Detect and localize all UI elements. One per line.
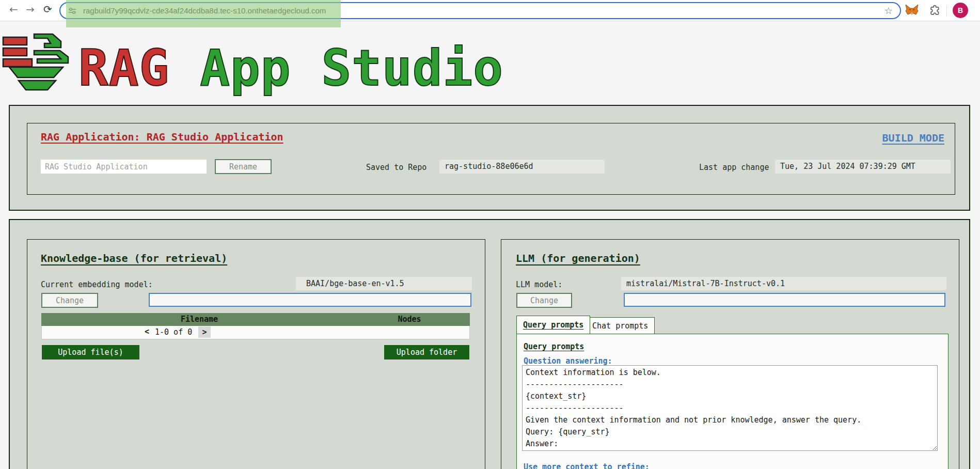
toolbar-divider xyxy=(946,5,947,16)
embedding-model-input[interactable] xyxy=(149,293,471,307)
bookmark-star-icon[interactable]: ☆ xyxy=(884,5,893,16)
query-prompts-panel: Query prompts Question answering: Contex… xyxy=(516,334,949,469)
browser-window: ← → ⟳ ragbuild7y99qcdvlz-cde34af24dcdba8… xyxy=(0,0,980,469)
reload-icon[interactable]: ⟳ xyxy=(43,3,52,15)
llm-model-label: LLM model: xyxy=(516,280,562,289)
nodes-column-header: Nodes xyxy=(398,315,421,324)
browser-toolbar: ← → ⟳ ragbuild7y99qcdvlz-cde34af24dcdba8… xyxy=(0,0,980,21)
llm-model-value: mistralai/Mistral-7B-Instruct-v0.1 xyxy=(621,277,946,290)
forward-icon[interactable]: → xyxy=(26,3,35,15)
knowledge-base-heading: Knowledge-base (for retrieval) xyxy=(41,252,227,264)
upload-files-button[interactable]: Upload file(s) xyxy=(41,345,140,360)
refine-context-label: Use more context to refine: xyxy=(524,462,650,469)
query-prompts-heading: Query prompts xyxy=(524,342,584,351)
app-title-logo: RAG App Studio xyxy=(78,42,503,95)
embedding-model-label: Current embedding model: xyxy=(41,280,153,289)
repo-name-value: rag-studio-88e06e6d xyxy=(439,160,605,174)
app-title-heading: RAG Application: RAG Studio Application xyxy=(41,131,283,143)
pagination-next-icon[interactable]: > xyxy=(198,326,211,338)
filename-column-header: Filename xyxy=(181,315,218,324)
pagination-range: 1-0 of 0 xyxy=(155,327,192,337)
site-settings-icon[interactable] xyxy=(68,6,77,15)
upload-folder-button[interactable]: Upload folder xyxy=(384,345,470,360)
change-llm-button[interactable]: Change xyxy=(516,293,572,308)
last-app-change-value: Tue, 23 Jul 2024 07:39:29 GMT xyxy=(775,160,951,174)
files-table-header: Filename Nodes xyxy=(41,313,470,326)
rag-app-studio-logo-icon xyxy=(1,31,71,94)
knowledge-base-card: Knowledge-base (for retrieval) Current e… xyxy=(27,239,485,469)
tab-query-prompts[interactable]: Query prompts xyxy=(516,316,590,334)
rename-button[interactable]: Rename xyxy=(215,159,272,174)
profile-avatar[interactable]: B xyxy=(953,3,968,18)
address-bar[interactable]: ragbuild7y99qcdvlz-cde34af24dcdba8d.tec-… xyxy=(59,2,901,19)
extensions-puzzle-icon[interactable] xyxy=(929,5,941,17)
tab-chat-prompts[interactable]: Chat prompts xyxy=(586,317,655,334)
files-table-pagination-row: < 1-0 of 0 > xyxy=(41,326,470,339)
embedding-model-value: BAAI/bge-base-en-v1.5 xyxy=(296,277,472,290)
last-app-change-label: Last app change xyxy=(699,163,769,172)
llm-heading: LLM (for generation) xyxy=(516,252,640,264)
app-name-input[interactable] xyxy=(41,160,207,174)
metamask-icon[interactable] xyxy=(905,4,919,17)
url-text: ragbuild7y99qcdvlz-cde34af24dcdba8d.tec-… xyxy=(83,6,326,15)
back-icon[interactable]: ← xyxy=(9,3,18,15)
pagination-prev-icon[interactable]: < xyxy=(145,327,149,336)
main-section: Knowledge-base (for retrieval) Current e… xyxy=(9,219,970,469)
change-embedding-button[interactable]: Change xyxy=(41,293,98,308)
logo-word-app-studio: App Studio xyxy=(169,39,503,97)
app-info-section: RAG Application: RAG Studio Application … xyxy=(9,105,970,211)
saved-to-repo-label: Saved to Repo xyxy=(366,163,426,172)
app-masthead: RAG App Studio xyxy=(0,22,980,105)
build-mode-link[interactable]: BUILD MODE xyxy=(882,132,944,144)
question-answering-prompt-textarea[interactable]: Context information is below. ----------… xyxy=(522,365,938,451)
llm-model-input[interactable] xyxy=(624,293,945,307)
logo-word-rag: RAG xyxy=(78,39,169,97)
llm-card: LLM (for generation) LLM model: mistrala… xyxy=(501,239,959,469)
question-answering-label: Question answering: xyxy=(524,356,612,366)
app-info-card: RAG Application: RAG Studio Application … xyxy=(27,123,955,195)
